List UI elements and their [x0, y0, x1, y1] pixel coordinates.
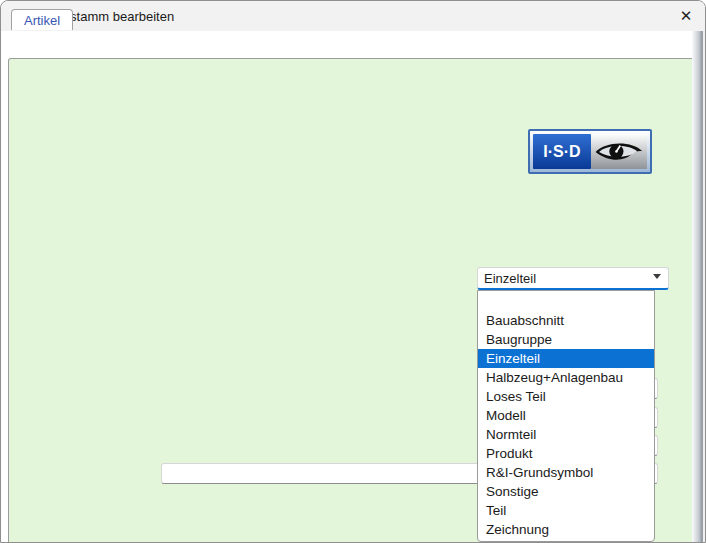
- tab-artikel[interactable]: Artikel: [11, 9, 73, 30]
- tab-strip: [1, 31, 706, 58]
- dropdown-option[interactable]: Bauabschnitt: [478, 311, 654, 330]
- title-bar: Artikelstamm bearbeiten ✕: [1, 1, 706, 31]
- teiletyp-value: Einzelteil: [484, 271, 536, 286]
- dropdown-option[interactable]: Sonstige: [478, 482, 654, 501]
- chevron-down-icon[interactable]: [653, 274, 661, 279]
- window-edge-scroll-track[interactable]: [692, 31, 705, 543]
- close-icon[interactable]: ✕: [673, 4, 699, 28]
- dropdown-option[interactable]: Modell: [478, 406, 654, 425]
- dropdown-option[interactable]: Halbzeug+Anlagenbau: [478, 368, 654, 387]
- isd-eye-icon: [591, 134, 647, 169]
- dropdown-option[interactable]: Loses Teil: [478, 387, 654, 406]
- dropdown-option[interactable]: Produkt: [478, 444, 654, 463]
- dropdown-option-selected[interactable]: Einzelteil: [478, 349, 654, 368]
- dropdown-option[interactable]: [478, 291, 654, 311]
- dropdown-option[interactable]: R&I-Grundsymbol: [478, 463, 654, 482]
- dialog-window: Artikelstamm bearbeiten ✕ Artikel Basisi…: [0, 0, 706, 543]
- dropdown-option[interactable]: Zeichnung: [478, 520, 654, 539]
- isd-logo: I·S·D: [528, 129, 652, 174]
- dropdown-option[interactable]: Normteil: [478, 425, 654, 444]
- dropdown-option[interactable]: Teil: [478, 501, 654, 520]
- teiletyp-dropdown-list: Bauabschnitt Baugruppe Einzelteil Halbze…: [477, 290, 655, 542]
- teiletyp-combobox[interactable]: Einzelteil: [477, 267, 669, 290]
- isd-logo-text: I·S·D: [533, 134, 591, 169]
- dropdown-option[interactable]: Baugruppe: [478, 330, 654, 349]
